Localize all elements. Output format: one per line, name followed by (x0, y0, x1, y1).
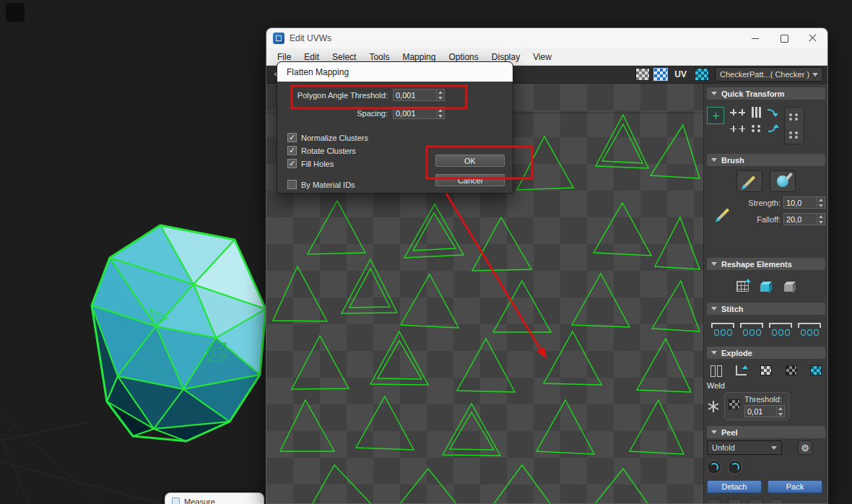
chevron-down-icon (771, 446, 777, 450)
paint-brush-button[interactable] (736, 170, 762, 192)
paint-brush-icon (744, 175, 755, 187)
measure-window-icon (172, 498, 180, 504)
extra-tool-icon[interactable] (749, 499, 762, 504)
falloff-label: Falloff: (757, 215, 781, 224)
flatten-mapping-titlebar[interactable]: Flatten Mapping (277, 62, 513, 82)
flatten-teal-grid-icon[interactable] (807, 362, 825, 378)
align-horizontal-icon[interactable] (730, 109, 745, 116)
edit-uvws-app-icon (273, 32, 284, 44)
rotate-clusters-row[interactable]: ✓ Rotate Clusters (287, 146, 356, 155)
rectangularize-cube-icon[interactable] (784, 280, 796, 292)
peel-seams-icon[interactable] (707, 460, 721, 474)
fill-holes-checkbox[interactable]: ✓ (287, 159, 297, 168)
section-quick-transform[interactable]: Quick Transform (707, 87, 825, 100)
relax-brush-icon (777, 175, 788, 187)
flatten-dark-checker-icon[interactable] (782, 362, 801, 378)
strength-spinner[interactable] (817, 197, 825, 208)
by-material-ids-checkbox[interactable]: ✓ (287, 180, 297, 189)
spacing-field[interactable]: 0,001 (393, 107, 445, 119)
section-brush[interactable]: Brush (707, 154, 825, 166)
extra-tool-icon[interactable] (770, 499, 783, 504)
maximize-button[interactable] (770, 30, 799, 47)
weld-threshold-spinner[interactable] (776, 406, 784, 417)
texture-dropdown-value: CheckerPatt...( Checker ) (720, 70, 809, 79)
falloff-field[interactable]: 20,0 (783, 213, 825, 225)
weld-threshold-group: Threshold: 0,01 (724, 392, 789, 420)
spacing-spinner[interactable] (436, 108, 444, 118)
snap-option-icon[interactable] (789, 113, 799, 121)
straighten-cube-icon[interactable] (760, 280, 773, 292)
cancel-button[interactable]: Cancel (435, 174, 505, 186)
weld-selected-icon[interactable] (707, 400, 720, 413)
fill-holes-row[interactable]: ✓ Fill Holes (287, 159, 334, 168)
collapse-arrow-icon (711, 158, 717, 162)
relax-grid-icon[interactable] (736, 281, 749, 292)
spacing-label: Spacing: (283, 109, 393, 118)
by-material-ids-row[interactable]: ✓ By Material IDs (287, 180, 355, 189)
stitch-target-icon[interactable] (798, 323, 821, 337)
checker-pattern-active-icon[interactable] (653, 68, 668, 81)
threshold-label: Threshold: (744, 395, 785, 404)
paint-move-brush-icon[interactable] (713, 204, 734, 227)
flatten-mapping-dialog: Flatten Mapping Polygon Angle Threshold:… (277, 61, 513, 194)
weld-threshold-field[interactable]: 0,01 (744, 405, 785, 417)
stitch-custom-icon[interactable] (711, 323, 734, 337)
collapse-arrow-icon (711, 307, 717, 310)
align-vertical-icon[interactable] (752, 107, 761, 118)
minimize-button[interactable] (741, 30, 770, 47)
peel-settings-gear-icon[interactable]: ⚙ (798, 440, 812, 455)
break-icon[interactable] (707, 362, 726, 378)
rotate-cw-icon[interactable] (768, 124, 778, 133)
peel-mode-dropdown[interactable]: Unfold (707, 440, 782, 455)
polygon-angle-threshold-field[interactable]: 0,001 (393, 89, 445, 101)
pack-button[interactable]: Pack (768, 480, 822, 493)
normalize-clusters-row[interactable]: ✓ Normalize Clusters (287, 133, 368, 142)
checker-texture-icon[interactable] (695, 68, 709, 81)
taskbar-app-icon[interactable] (6, 3, 25, 22)
extra-tool-icon[interactable] (728, 499, 742, 504)
section-explode[interactable]: Explode (707, 347, 825, 359)
measure-window-title: Measure (184, 498, 215, 504)
ok-button[interactable]: OK (435, 155, 505, 167)
snap-option2-icon[interactable] (789, 131, 799, 139)
quick-transform-extra-group (784, 107, 804, 144)
weld-label: Weld (707, 381, 825, 390)
stitch-source-icon[interactable] (769, 323, 792, 337)
space-horizontal-icon[interactable] (730, 126, 745, 132)
window-title: Edit UVWs (290, 33, 741, 43)
explode-corner-icon[interactable] (732, 362, 751, 378)
collapse-arrow-icon (711, 430, 717, 434)
rotate-clusters-checkbox[interactable]: ✓ (287, 146, 297, 155)
uv-tools-panel: Quick Transform (703, 84, 827, 503)
rotate-ccw-icon[interactable] (768, 108, 778, 117)
section-peel[interactable]: Peel (707, 426, 825, 438)
collapse-arrow-icon (711, 92, 717, 95)
polygon-angle-threshold-spinner[interactable] (436, 90, 444, 100)
peel-reset-icon[interactable] (728, 460, 742, 474)
detach-button[interactable]: Detach (707, 480, 762, 493)
stitch-average-icon[interactable] (740, 323, 763, 337)
move-selected-icon[interactable] (707, 107, 724, 124)
collapse-arrow-icon (711, 262, 717, 266)
flatten-checker-icon[interactable] (757, 362, 775, 378)
menu-view[interactable]: View (526, 50, 558, 64)
edit-uvws-titlebar[interactable]: Edit UVWs (266, 28, 827, 48)
falloff-spinner[interactable] (817, 214, 825, 225)
target-weld-icon[interactable] (729, 399, 740, 409)
measure-window-fragment[interactable]: Measure (165, 492, 264, 504)
checker-pattern-icon[interactable] (635, 68, 650, 81)
section-stitch[interactable]: Stitch (707, 303, 825, 315)
texture-dropdown[interactable]: CheckerPatt...( Checker ) (715, 67, 823, 82)
collapse-arrow-icon (711, 351, 717, 355)
relax-brush-button[interactable] (770, 170, 796, 192)
close-button[interactable] (799, 30, 827, 47)
normalize-clusters-checkbox[interactable]: ✓ (287, 133, 297, 142)
strength-field[interactable]: 10,0 (783, 196, 825, 209)
extra-tool-icon[interactable] (707, 499, 721, 504)
distribute-icon[interactable] (752, 125, 762, 132)
section-reshape-elements[interactable]: Reshape Elements (707, 258, 825, 270)
uv-space-label: UV (674, 69, 687, 79)
geosphere-mesh[interactable] (92, 225, 266, 441)
chevron-down-icon (812, 73, 818, 77)
strength-label: Strength: (748, 199, 781, 207)
